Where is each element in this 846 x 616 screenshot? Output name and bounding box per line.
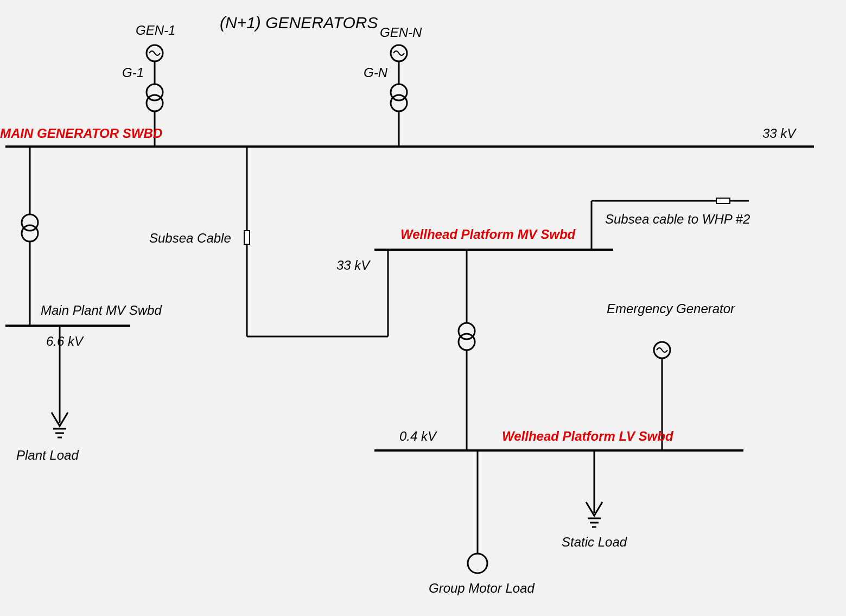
group-motor-label: Group Motor Load [429, 581, 535, 596]
sine-icon [149, 51, 160, 55]
whp-lv-voltage: 0.4 kV [399, 429, 436, 444]
sine-icon [657, 348, 667, 352]
transformer-icon [459, 334, 475, 350]
emergency-gen-label: Emergency Generator [607, 301, 735, 316]
gen1-id: G-1 [122, 65, 144, 80]
gen1-label: GEN-1 [136, 23, 175, 38]
subsea-cable-label: Subsea Cable [149, 231, 231, 246]
main-mv-voltage: 6.6 kV [46, 334, 83, 349]
diagram-title: (N+1) GENERATORS [220, 14, 378, 32]
genN-id: G-N [364, 65, 387, 80]
transformer-icon [391, 95, 407, 111]
transformer-icon [147, 95, 163, 111]
whp-mv-label: Wellhead Platform MV Swbd [400, 227, 575, 242]
main-swbd-label: MAIN GENERATOR SWBD [0, 126, 162, 141]
fuse-icon [244, 231, 250, 244]
whp-lv-label: Wellhead Platform LV Swbd [502, 429, 673, 444]
sine-icon [393, 51, 404, 55]
genN-label: GEN-N [380, 25, 422, 40]
whp-mv-voltage: 33 kV [336, 258, 370, 273]
plant-load-label: Plant Load [16, 448, 79, 463]
single-line-diagram: (N+1) GENERATORS GEN-1 G-1 GEN-N G-N MAI… [0, 0, 846, 616]
subsea-whp2-label: Subsea cable to WHP #2 [605, 212, 750, 227]
fuse-icon [716, 198, 730, 204]
static-load-label: Static Load [562, 535, 627, 550]
main-mv-label: Main Plant MV Swbd [41, 303, 162, 318]
motor-icon [468, 554, 487, 573]
bus33-voltage: 33 kV [762, 126, 796, 141]
transformer-icon [22, 225, 38, 242]
